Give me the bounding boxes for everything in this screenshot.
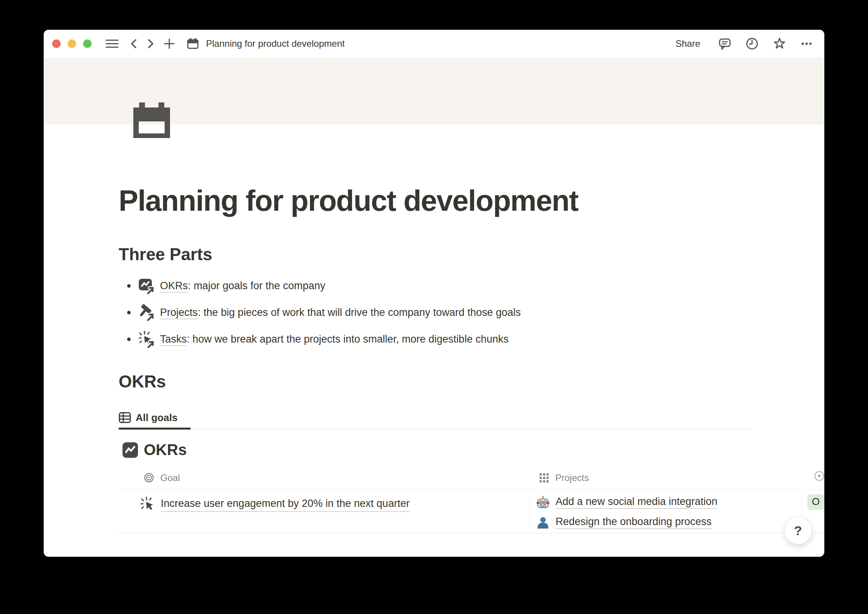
tab-label: All goals — [136, 412, 177, 424]
back-icon[interactable] — [130, 39, 137, 49]
sidebar-menu-icon[interactable] — [106, 39, 119, 49]
column-header-goal[interactable]: Goal — [119, 466, 533, 489]
okrs-page-link[interactable]: OKRs — [160, 280, 188, 293]
tab-all-goals[interactable]: All goals — [119, 411, 177, 424]
list-item-rest: : the big pieces of work that will drive… — [198, 307, 521, 318]
more-options-icon[interactable] — [800, 38, 813, 49]
breadcrumb-page-title[interactable]: Planning for product development — [206, 38, 345, 49]
hidden-columns-toggle-icon[interactable] — [814, 471, 824, 481]
help-button[interactable]: ? — [784, 517, 812, 544]
list-item: OKRs: major goals for the company — [119, 273, 521, 299]
robot-emoji — [536, 496, 550, 509]
table-header-row: Goal Projects — [119, 466, 824, 489]
forward-icon[interactable] — [147, 39, 154, 49]
hammer-link-icon — [139, 304, 154, 322]
updates-clock-icon[interactable] — [745, 37, 759, 50]
table-view-icon — [119, 411, 131, 424]
new-page-icon[interactable] — [163, 38, 175, 49]
project-link[interactable]: Redesign the onboarding process — [556, 516, 712, 529]
active-tab-underline — [119, 428, 191, 430]
status-badge: O — [807, 494, 824, 510]
bullet-dot — [127, 311, 131, 314]
bullet-dot — [127, 338, 131, 341]
column-header-label: Projects — [555, 472, 589, 483]
list-item-rest: : major goals for the company — [188, 280, 325, 292]
person-silhouette-emoji — [536, 516, 550, 529]
list-item: Projects: the big pieces of work that wi… — [119, 299, 521, 326]
tabbar-divider — [119, 429, 751, 430]
column-header-projects[interactable]: Projects — [533, 466, 807, 489]
list-item: Tasks: how we break apart the projects i… — [119, 326, 521, 353]
notion-window: Planning for product development Share P… — [44, 30, 824, 557]
close-window-button[interactable] — [52, 39, 61, 48]
heading-three-parts[interactable]: Three Parts — [119, 245, 212, 264]
heading-okrs[interactable]: OKRs — [119, 372, 166, 391]
window-controls — [52, 39, 92, 48]
project-link-row[interactable]: Redesign the onboarding process — [536, 512, 797, 532]
view-tabs: All goals — [119, 408, 177, 427]
target-icon — [144, 472, 154, 483]
list-item-text: Projects: the big pieces of work that wi… — [160, 307, 521, 319]
minimize-window-button[interactable] — [68, 39, 76, 48]
bullet-dot — [127, 284, 131, 288]
page-icon-calendar[interactable] — [129, 98, 174, 143]
list-item-rest: : how we break apart the projects into s… — [187, 333, 509, 345]
share-button[interactable]: Share — [676, 38, 700, 49]
projects-page-link[interactable]: Projects — [160, 307, 198, 319]
projects-cell[interactable]: Add a new social media integration Redes… — [530, 490, 801, 533]
project-link[interactable]: Add a new social media integration — [556, 496, 718, 509]
favorite-star-icon[interactable] — [773, 37, 786, 50]
database-title-row: OKRs — [123, 441, 187, 459]
table-row[interactable]: Increase user engagement by 20% in the n… — [119, 489, 824, 533]
collision-link-icon — [139, 331, 154, 348]
toolbar: Planning for product development Share — [44, 30, 824, 58]
goal-cell[interactable]: Increase user engagement by 20% in the n… — [119, 490, 530, 533]
chart-increasing-link-icon — [139, 277, 154, 295]
project-link-row[interactable]: Add a new social media integration — [536, 492, 797, 512]
chart-increasing-icon — [123, 442, 138, 458]
zoom-window-button[interactable] — [83, 39, 92, 48]
three-parts-list: OKRs: major goals for the company Projec… — [119, 273, 521, 353]
column-header-label: Goal — [160, 472, 180, 483]
collision-icon — [140, 496, 155, 512]
list-item-text: Tasks: how we break apart the projects i… — [160, 333, 509, 345]
comments-icon[interactable] — [718, 38, 732, 50]
database-title[interactable]: OKRs — [144, 441, 187, 459]
tasks-page-link[interactable]: Tasks — [160, 333, 187, 346]
goal-link[interactable]: Increase user engagement by 20% in the n… — [161, 496, 410, 512]
relation-grid-icon — [539, 473, 549, 483]
calendar-icon — [187, 38, 199, 49]
list-item-text: OKRs: major goals for the company — [160, 280, 325, 292]
page-title[interactable]: Planning for product development — [119, 184, 578, 217]
